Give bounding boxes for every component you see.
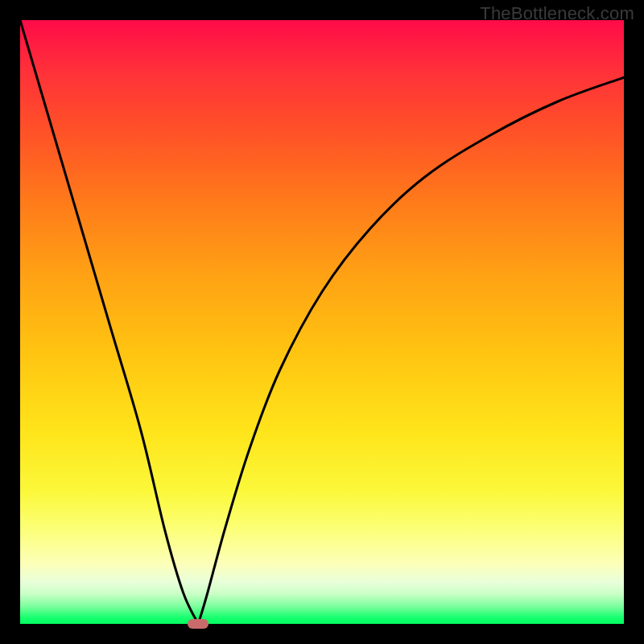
curve-right-branch (198, 77, 624, 624)
minimum-marker (188, 619, 208, 629)
curve-svg (20, 20, 624, 624)
plot-area (20, 20, 624, 624)
chart-frame: TheBottleneck.com (0, 0, 644, 644)
curve-left-branch (20, 20, 198, 624)
